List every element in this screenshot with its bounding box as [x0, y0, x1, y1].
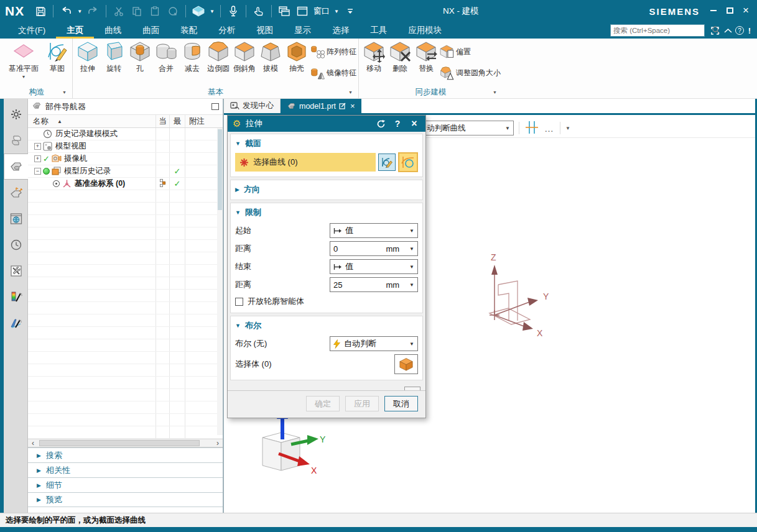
snap-point-icon[interactable] [524, 120, 539, 137]
datum-plane-button[interactable]: 基准平面▼ [3, 39, 44, 79]
copy-icon[interactable] [130, 4, 144, 18]
datum-csys-graphic[interactable]: Z Y X [457, 245, 563, 351]
dialog-close-icon[interactable]: × [408, 118, 420, 129]
tree-row-模型视图[interactable]: +模型视图 [28, 140, 223, 153]
microphone-icon[interactable] [226, 4, 240, 18]
dialog-options-gear-icon[interactable]: ⚙ [233, 118, 241, 129]
roles-settings-icon[interactable] [4, 101, 28, 127]
unit-label[interactable]: mm [386, 280, 399, 290]
tab-model1[interactable]: model1.prt × [281, 99, 361, 113]
visualization-wand-icon[interactable] [4, 310, 28, 336]
dialog-help-icon[interactable]: ? [391, 119, 404, 129]
web-browser-icon[interactable] [4, 206, 28, 232]
unite-button[interactable]: 合并 [153, 39, 179, 74]
draft-button[interactable]: 拔模 [258, 39, 284, 74]
scrollbar-thumb[interactable] [39, 440, 200, 446]
navigator-horizontal-scrollbar[interactable]: ‹ › [28, 439, 223, 447]
move-face-button[interactable]: 移动 [361, 39, 387, 74]
navigator-section-预览[interactable]: ▶预览 [28, 492, 223, 507]
color-wand-icon[interactable] [4, 284, 28, 310]
open-profile-checkbox[interactable] [235, 298, 243, 306]
undo-icon[interactable] [59, 4, 73, 18]
navigator-section-搜索[interactable]: ▶搜索 [28, 447, 223, 462]
column-name[interactable]: 名称 [33, 116, 49, 127]
tab-分析[interactable]: 分析 [208, 22, 246, 39]
hole-button[interactable]: 孔 [127, 39, 153, 74]
close-tab-icon[interactable]: × [350, 101, 355, 111]
boolean-title-row[interactable]: ▼布尔 [235, 318, 418, 333]
group-dropdown-icon[interactable]: ▼ [493, 90, 497, 94]
toolbar-overflow-icon[interactable]: … [544, 123, 555, 134]
search-input[interactable] [611, 27, 712, 34]
scroll-left-icon[interactable]: ‹ [28, 439, 38, 447]
tree-expander-icon[interactable]: + [34, 143, 41, 150]
window-menu-dropdown-icon[interactable]: ▼ [334, 9, 339, 14]
tab-discovery-center[interactable]: 发现中心 [224, 99, 281, 113]
select-curve-field[interactable]: 选择曲线 (0) [235, 153, 376, 172]
column-current[interactable]: 当 [156, 115, 169, 127]
history-icon[interactable] [4, 232, 28, 258]
column-latest[interactable]: 最 [169, 115, 185, 127]
toolbar-options-dropdown-icon[interactable]: ▼ [565, 126, 570, 131]
end-type-dropdown[interactable]: 值 ▼ [330, 259, 418, 274]
boolean-dropdown[interactable]: 自动判断 ▼ [330, 336, 418, 351]
sort-ascending-icon[interactable]: ▲ [57, 119, 62, 124]
scroll-right-icon[interactable]: › [213, 439, 223, 447]
minimize-ribbon-icon[interactable] [722, 25, 734, 36]
command-search[interactable] [610, 24, 705, 37]
undo-dropdown-icon[interactable]: ▼ [77, 9, 82, 14]
dialog-header[interactable]: ⚙ 拉伸 ? × [228, 116, 425, 132]
select-body-button[interactable] [394, 354, 418, 374]
tab-显示[interactable]: 显示 [284, 22, 322, 39]
tab-应用模块[interactable]: 应用模块 [397, 22, 452, 39]
navigator-section-相关性[interactable]: ▶相关性 [28, 462, 223, 477]
sketch-section-button[interactable] [378, 154, 396, 171]
part-navigator-icon[interactable] [4, 154, 28, 180]
constraint-navigator-icon[interactable] [4, 180, 28, 206]
replace-face-button[interactable]: 替换 [413, 39, 439, 74]
minimize-button[interactable] [706, 4, 721, 17]
tree-row-历史记录建模模式[interactable]: 历史记录建模模式 [28, 128, 223, 140]
tree-row-模型历史记录[interactable]: −模型历史记录✓ [28, 165, 223, 178]
cut-icon[interactable] [112, 4, 126, 18]
window-menu-label[interactable]: 窗口 [313, 6, 330, 17]
group-dropdown-icon[interactable]: ▼ [62, 90, 67, 94]
reset-icon[interactable] [374, 119, 387, 129]
shell-button[interactable]: 抽壳 [284, 39, 310, 74]
tools-icon[interactable] [4, 258, 28, 284]
limits-title-row[interactable]: ▼限制 [235, 204, 418, 220]
sketch-button[interactable]: 草图 [44, 39, 70, 74]
save-icon[interactable] [34, 4, 47, 18]
navigator-vertical-scrollbar[interactable] [217, 128, 223, 435]
visibility-eye-icon[interactable] [53, 180, 60, 187]
subtract-button[interactable]: 减去 [179, 39, 205, 74]
touch-mode-icon[interactable] [252, 4, 266, 18]
transform-icon[interactable] [166, 4, 180, 18]
column-note[interactable]: 附注 [185, 115, 216, 127]
window-icon[interactable] [295, 4, 309, 18]
tree-row-摄像机[interactable]: +✓摄像机 [28, 153, 223, 165]
mirror-feature-button[interactable]: 镜像特征 [310, 65, 356, 81]
maximize-button[interactable] [722, 4, 737, 17]
start-distance-field[interactable]: 0 mm ▼ [330, 241, 418, 256]
delete-face-button[interactable]: 删除 [387, 39, 413, 74]
chamfer-button[interactable]: 倒斜角 [231, 39, 258, 74]
start-type-dropdown[interactable]: 值 ▼ [330, 223, 418, 238]
tab-曲面[interactable]: 曲面 [132, 22, 170, 39]
alert-icon[interactable]: ! [743, 25, 756, 36]
section-title-row[interactable]: ▼截面 [235, 135, 418, 151]
revolve-button[interactable]: 旋转 [101, 39, 127, 74]
tab-视图[interactable]: 视图 [246, 22, 284, 39]
curve-section-button[interactable] [398, 152, 418, 172]
close-button[interactable]: × [738, 4, 753, 17]
offset-face-button[interactable]: 偏置 [439, 44, 501, 60]
tab-选择[interactable]: 选择 [322, 22, 360, 39]
tree-expander-icon[interactable]: + [34, 155, 41, 162]
edge-blend-button[interactable]: 边倒圆 [205, 39, 231, 74]
direction-title-row[interactable]: ▶方向 [235, 181, 418, 197]
unit-label[interactable]: mm [386, 244, 399, 254]
tab-装配[interactable]: 装配 [170, 22, 208, 39]
tab-主页[interactable]: 主页 [56, 22, 94, 39]
selection-filter-dropdown[interactable]: 动判断曲线 ▼ [423, 121, 514, 135]
extrude-button[interactable]: 拉伸 [75, 39, 101, 74]
